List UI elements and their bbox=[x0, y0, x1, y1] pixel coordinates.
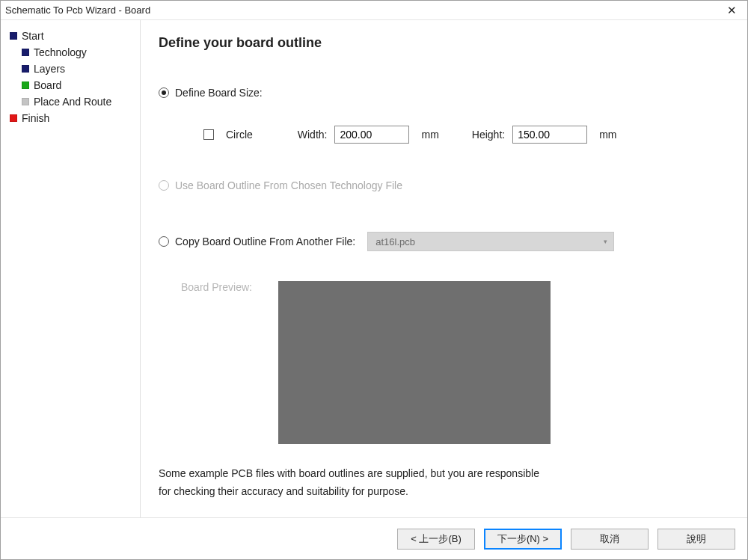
option-label: Define Board Size: bbox=[175, 87, 263, 99]
square-icon bbox=[22, 98, 29, 105]
square-icon bbox=[22, 65, 29, 73]
back-button[interactable]: < 上一步(B) bbox=[397, 529, 475, 550]
option-define-board-size[interactable]: Define Board Size: bbox=[159, 87, 726, 99]
sidebar-item-label: Finish bbox=[22, 112, 49, 124]
sidebar-item-start[interactable]: Start bbox=[5, 28, 137, 44]
width-input[interactable] bbox=[334, 126, 409, 144]
window-title: Schematic To Pcb Wizard - Board bbox=[5, 4, 716, 16]
board-size-row: Circle Width: mm Height: mm bbox=[203, 126, 726, 144]
sidebar-item-board[interactable]: Board bbox=[5, 77, 137, 93]
sidebar-item-label: Technology bbox=[34, 46, 87, 58]
sidebar-item-technology[interactable]: Technology bbox=[5, 44, 137, 61]
width-unit: mm bbox=[421, 129, 438, 141]
main-panel: Define your board outline Define Board S… bbox=[140, 20, 747, 517]
height-unit: mm bbox=[599, 129, 616, 141]
sidebar-item-finish[interactable]: Finish bbox=[5, 110, 137, 126]
sidebar-item-layers[interactable]: Layers bbox=[5, 61, 137, 77]
option-copy-from-file-row: Copy Board Outline From Another File: at… bbox=[159, 232, 726, 251]
help-button[interactable]: 說明 bbox=[657, 529, 735, 550]
cancel-button[interactable]: 取消 bbox=[571, 529, 649, 550]
wizard-steps-sidebar: Start Technology Layers Board Place And … bbox=[1, 20, 140, 517]
sidebar-item-label: Layers bbox=[34, 63, 65, 75]
wizard-window: Schematic To Pcb Wizard - Board ✕ Start … bbox=[0, 0, 748, 560]
option-copy-from-file[interactable]: Copy Board Outline From Another File: bbox=[159, 236, 355, 247]
sidebar-item-label: Start bbox=[22, 30, 44, 42]
board-preview-label: Board Preview: bbox=[159, 281, 278, 293]
square-icon bbox=[10, 32, 17, 40]
sidebar-item-place-and-route[interactable]: Place And Route bbox=[5, 93, 137, 110]
copy-file-combo[interactable]: at16l.pcb ▾ bbox=[367, 232, 614, 251]
next-button[interactable]: 下一步(N) > bbox=[484, 529, 562, 550]
hint-text: Some example PCB files with board outlin… bbox=[159, 465, 548, 501]
sidebar-item-label: Place And Route bbox=[34, 96, 111, 108]
radio-define-board-size[interactable] bbox=[159, 87, 169, 98]
radio-copy-from-file[interactable] bbox=[159, 236, 169, 247]
height-label: Height: bbox=[472, 129, 505, 141]
titlebar: Schematic To Pcb Wizard - Board ✕ bbox=[1, 1, 747, 20]
page-title: Define your board outline bbox=[159, 35, 726, 51]
circle-label: Circle bbox=[226, 129, 253, 141]
square-icon bbox=[22, 49, 29, 56]
width-label: Width: bbox=[298, 129, 328, 141]
close-icon[interactable]: ✕ bbox=[716, 1, 747, 20]
checkbox-circle[interactable] bbox=[203, 129, 214, 140]
option-label: Copy Board Outline From Another File: bbox=[175, 236, 355, 247]
board-preview-row: Board Preview: bbox=[159, 281, 726, 444]
square-icon bbox=[10, 114, 17, 122]
radio-use-technology-outline bbox=[159, 180, 169, 191]
square-icon bbox=[22, 81, 29, 89]
chevron-down-icon: ▾ bbox=[604, 238, 607, 245]
copy-file-value: at16l.pcb bbox=[375, 236, 415, 247]
sidebar-item-label: Board bbox=[34, 79, 61, 91]
wizard-footer: < 上一步(B) 下一步(N) > 取消 說明 bbox=[1, 517, 747, 559]
board-preview-box bbox=[278, 281, 551, 444]
wizard-steps-tree: Start Technology Layers Board Place And … bbox=[5, 28, 137, 126]
option-label: Use Board Outline From Chosen Technology… bbox=[175, 179, 402, 191]
option-use-technology-outline: Use Board Outline From Chosen Technology… bbox=[159, 179, 726, 191]
height-input[interactable] bbox=[512, 126, 587, 144]
